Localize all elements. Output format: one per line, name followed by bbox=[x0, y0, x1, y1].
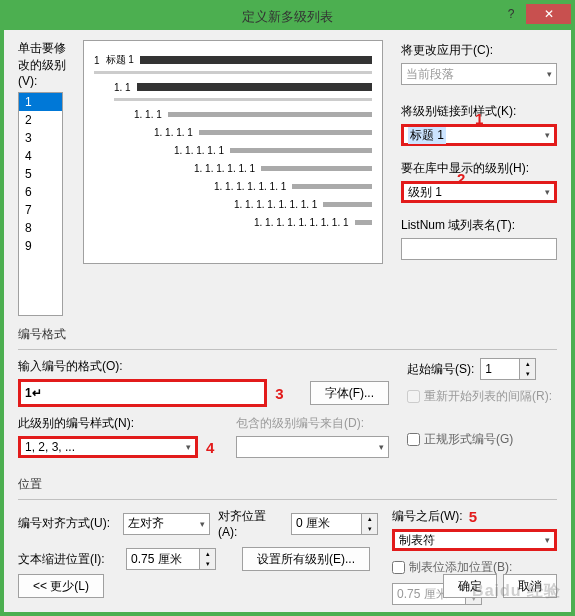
level-item[interactable]: 5 bbox=[19, 165, 62, 183]
annotation-4: 4 bbox=[206, 439, 214, 456]
level-item[interactable]: 9 bbox=[19, 237, 62, 255]
level-item[interactable]: 1 bbox=[19, 93, 62, 111]
gallery-level-combo[interactable]: 级别 1▾ bbox=[401, 181, 557, 203]
level-item[interactable]: 7 bbox=[19, 201, 62, 219]
level-to-modify-label: 单击要修改的级别(V): bbox=[18, 40, 73, 88]
align-at-label: 对齐位置(A): bbox=[218, 508, 283, 539]
include-from-label: 包含的级别编号来自(D): bbox=[236, 415, 389, 432]
apply-to-label: 将更改应用于(C): bbox=[401, 42, 557, 59]
number-style-combo[interactable]: 1, 2, 3, ...▾ bbox=[18, 436, 198, 458]
include-from-combo[interactable]: ▾ bbox=[236, 436, 389, 458]
align-combo[interactable]: 左对齐▾ bbox=[123, 513, 210, 535]
set-all-levels-button[interactable]: 设置所有级别(E)... bbox=[242, 547, 370, 571]
level-item[interactable]: 4 bbox=[19, 147, 62, 165]
font-button[interactable]: 字体(F)... bbox=[310, 381, 389, 405]
close-button[interactable]: ✕ bbox=[526, 4, 571, 24]
dialog-title: 定义新多级列表 bbox=[242, 8, 333, 26]
level-item[interactable]: 3 bbox=[19, 129, 62, 147]
cancel-button[interactable]: 取消 bbox=[503, 574, 557, 598]
indent-spinner[interactable]: 0.75 厘米▴▾ bbox=[126, 548, 216, 570]
level-item[interactable]: 2 bbox=[19, 111, 62, 129]
format-group-label: 编号格式 bbox=[18, 326, 557, 343]
level-item[interactable]: 8 bbox=[19, 219, 62, 237]
listnum-input[interactable] bbox=[401, 238, 557, 260]
annotation-5: 5 bbox=[469, 508, 477, 525]
indent-label: 文本缩进位置(I): bbox=[18, 551, 118, 568]
help-button[interactable]: ? bbox=[496, 4, 526, 24]
legal-checkbox[interactable]: 正规形式编号(G) bbox=[407, 431, 513, 448]
follow-label: 编号之后(W): bbox=[392, 508, 463, 525]
annotation-2: 2 bbox=[457, 170, 465, 187]
level-list[interactable]: 1 2 3 4 5 6 7 8 9 bbox=[18, 92, 63, 316]
annotation-1: 1 bbox=[475, 110, 483, 127]
position-group-label: 位置 bbox=[18, 476, 557, 493]
enter-format-label: 输入编号的格式(O): bbox=[18, 358, 389, 375]
restart-checkbox[interactable]: 重新开始列表的间隔(R): bbox=[407, 388, 552, 405]
titlebar: 定义新多级列表 ? ✕ bbox=[4, 4, 571, 30]
start-at-label: 起始编号(S): bbox=[407, 361, 474, 378]
preview-pane: 1标题 11. 11. 1. 11. 1. 1. 11. 1. 1. 1. 11… bbox=[83, 40, 383, 264]
link-style-combo[interactable]: 标题 1▾ bbox=[401, 124, 557, 146]
number-style-label: 此级别的编号样式(N): bbox=[18, 415, 218, 432]
listnum-label: ListNum 域列表名(T): bbox=[401, 217, 557, 234]
less-button[interactable]: << 更少(L) bbox=[18, 574, 104, 598]
align-at-spinner[interactable]: 0 厘米▴▾ bbox=[291, 513, 378, 535]
ok-button[interactable]: 确定 bbox=[443, 574, 497, 598]
number-format-input[interactable]: 1↵ bbox=[18, 379, 267, 407]
annotation-3: 3 bbox=[275, 385, 283, 402]
start-at-spinner[interactable]: 1▴▾ bbox=[480, 358, 536, 380]
dialog-define-multilevel-list: 定义新多级列表 ? ✕ 单击要修改的级别(V): 1 2 3 4 5 6 7 8… bbox=[0, 0, 575, 616]
gallery-level-label: 要在库中显示的级别(H): bbox=[401, 160, 557, 177]
apply-to-combo[interactable]: 当前段落▾ bbox=[401, 63, 557, 85]
align-label: 编号对齐方式(U): bbox=[18, 515, 115, 532]
level-item[interactable]: 6 bbox=[19, 183, 62, 201]
follow-combo[interactable]: 制表符▾ bbox=[392, 529, 557, 551]
